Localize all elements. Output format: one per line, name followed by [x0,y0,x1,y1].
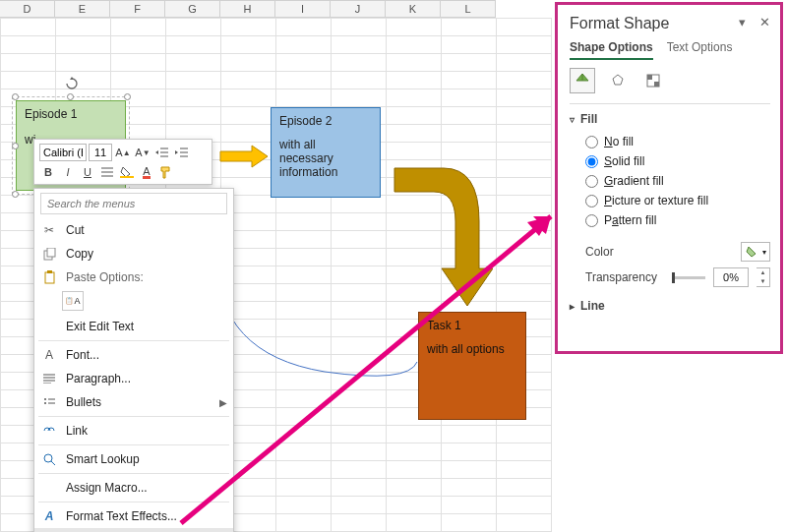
pane-tabs: Shape Options Text Options [570,40,770,60]
tab-shape-options[interactable]: Shape Options [570,40,653,60]
increase-indent-icon[interactable] [173,144,191,161]
menu-label: Copy [66,247,93,261]
font-color-icon[interactable]: A [138,163,155,181]
menu-smart-lookup[interactable]: Smart Lookup [34,447,233,471]
fill-section-header[interactable]: ▿Fill [570,112,770,126]
menu-link[interactable]: Link [34,419,233,443]
menu-label: Smart Lookup [66,452,140,466]
option-pattern-fill[interactable]: Pattern fill [570,210,770,230]
menu-label: Format Text Effects... [66,509,177,523]
decrease-font-icon[interactable]: A▼ [134,144,151,161]
menu-bullets[interactable]: Bullets ▶ [34,390,233,414]
menu-font[interactable]: A Font... [34,343,233,367]
resize-handle[interactable] [12,191,19,198]
transparency-slider[interactable] [672,276,705,279]
resize-handle[interactable] [124,93,131,100]
tab-text-options[interactable]: Text Options [667,40,733,60]
option-picture-fill[interactable]: Picture or texture fill [570,191,770,210]
shape-title: Episode 2 [279,114,372,128]
paragraph-icon [40,371,58,386]
menu-label: Cut [66,223,85,237]
menu-label: Link [66,424,88,438]
align-icon[interactable] [98,163,116,181]
mini-toolbar: A▲ A▼ B I U A [33,139,212,185]
menu-copy[interactable]: Copy [34,242,233,266]
copy-icon [40,246,58,262]
transparency-value[interactable]: 0% [713,267,749,287]
shape-body: with all necessary information [279,138,372,179]
resize-handle[interactable] [12,143,19,149]
shape-episode-2[interactable]: Episode 2 with all necessary information [271,107,381,198]
line-section-header[interactable]: ▸Line [570,299,770,313]
menu-paste-header: Paste Options: [34,266,233,289]
arrow-right-icon[interactable] [218,144,270,169]
svg-point-6 [44,402,46,404]
caret-down-icon: ▿ [570,114,575,125]
connector-curve[interactable] [207,246,482,403]
menu-label: Bullets [66,395,101,409]
format-shape-pane: ▾ ✕ Format Shape Shape Options Text Opti… [555,2,783,354]
menu-cut[interactable]: ✂ Cut [34,218,233,242]
fill-color-button[interactable]: ▾ [741,242,770,262]
svg-rect-11 [647,75,652,80]
effects-tab-icon[interactable] [605,68,631,93]
decrease-indent-icon[interactable] [153,144,171,161]
shape-title: Episode 1 [25,107,117,121]
caret-right-icon: ▸ [570,301,575,312]
column-header[interactable]: K [386,0,441,18]
paste-icon [40,269,58,285]
menu-format-text-effects[interactable]: A Format Text Effects... [34,504,233,528]
svg-rect-12 [654,82,659,87]
menu-label: Paste Options: [66,270,144,284]
menu-exit-edit-text[interactable]: Exit Edit Text [34,315,233,338]
svg-rect-2 [47,248,55,257]
underline-icon[interactable]: U [79,163,96,181]
pane-menu-icon[interactable]: ▾ [739,15,746,30]
resize-handle[interactable] [67,93,74,100]
column-header[interactable]: F [110,0,165,18]
smart-lookup-icon [40,451,58,467]
menu-assign-macro[interactable]: Assign Macro... [34,476,233,500]
transparency-row: Transparency 0% ▲▼ [570,264,770,289]
paste-keep-text-icon[interactable]: 📋A [62,291,84,311]
separator [38,340,229,341]
column-header[interactable]: H [220,0,275,18]
column-header[interactable]: I [275,0,331,18]
column-header[interactable]: G [165,0,220,18]
increase-font-icon[interactable]: A▲ [114,144,132,161]
column-header[interactable]: D [0,0,55,18]
cut-icon: ✂ [40,222,58,238]
format-painter-icon[interactable] [157,163,175,181]
separator [38,444,229,445]
menu-label: Exit Edit Text [66,320,134,333]
submenu-arrow-icon: ▶ [219,397,227,408]
font-name-input[interactable] [39,144,87,161]
transparency-label: Transparency [585,270,664,284]
column-header[interactable]: L [441,0,496,18]
option-solid-fill[interactable]: Solid fill [570,151,770,171]
option-no-fill[interactable]: No fill [570,132,770,151]
fill-line-tab-icon[interactable] [570,68,595,93]
svg-point-7 [44,454,52,462]
close-icon[interactable]: ✕ [759,15,770,30]
svg-rect-3 [45,272,54,283]
rotate-handle-icon[interactable] [65,77,79,90]
color-label: Color [585,245,664,259]
resize-handle[interactable] [12,93,19,100]
size-tab-icon[interactable] [640,68,666,93]
transparency-spinner[interactable]: ▲▼ [757,267,770,287]
menu-paragraph[interactable]: Paragraph... [34,367,233,390]
bold-icon[interactable]: B [39,163,57,181]
column-header[interactable]: J [331,0,386,18]
menu-label: Assign Macro... [66,481,148,495]
menu-search-input[interactable]: Search the menus [40,193,227,214]
svg-rect-4 [47,270,52,273]
font-size-input[interactable] [89,144,112,161]
italic-icon[interactable]: I [59,163,77,181]
menu-format-shape[interactable]: Format Shape... [34,528,233,532]
svg-rect-0 [120,176,134,178]
column-header[interactable]: E [55,0,110,18]
menu-label: Paragraph... [66,372,131,385]
fill-color-icon[interactable] [118,163,136,181]
option-gradient-fill[interactable]: Gradient fill [570,171,770,191]
